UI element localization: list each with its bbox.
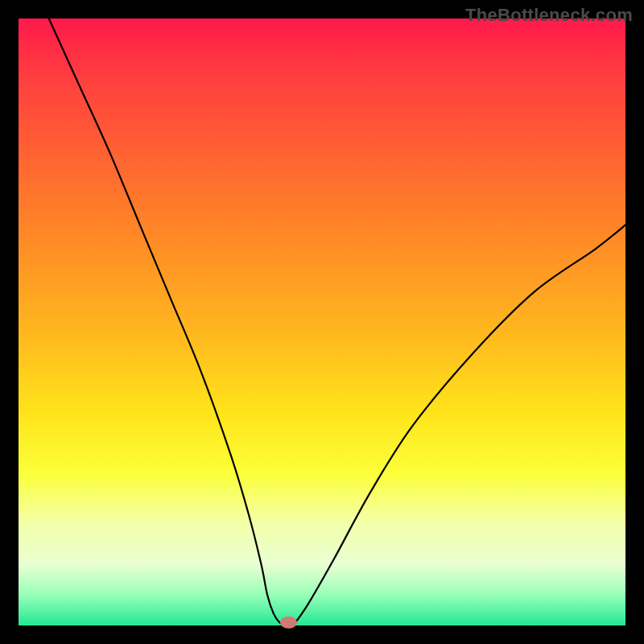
plot-area [19,19,625,625]
watermark-text: TheBottleneck.com [465,5,633,26]
bottleneck-curve [49,19,625,626]
chart-frame: TheBottleneck.com [0,0,644,644]
chart-svg [19,19,625,625]
optimum-marker [280,617,297,629]
